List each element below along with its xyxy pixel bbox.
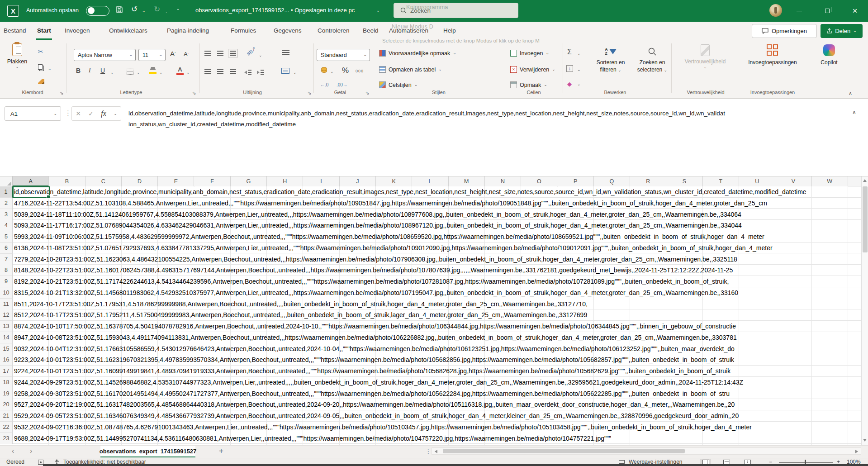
tab-pagina-indeling[interactable]: Pagina-indeling: [166, 27, 210, 38]
fill-down-icon[interactable]: ↓: [566, 65, 573, 72]
autosum-chevron-icon[interactable]: ⌄: [577, 52, 581, 56]
insert-function-icon[interactable]: fx: [101, 109, 106, 118]
insert-cells-button[interactable]: Invoegen⌄: [510, 50, 549, 57]
row-header-2[interactable]: 2: [0, 198, 13, 209]
tab-bestand[interactable]: Bestand: [3, 27, 27, 38]
column-header-T[interactable]: T: [703, 176, 739, 186]
clear-icon[interactable]: ◆: [567, 81, 572, 87]
find-select-button[interactable]: Zoeken en selecteren ⌄: [632, 44, 672, 73]
comments-button[interactable]: Opmerkingen: [752, 24, 817, 38]
tab-controleren[interactable]: Controleren: [317, 27, 351, 38]
undo-chevron-icon[interactable]: ⌄: [142, 9, 146, 13]
fill-chevron-icon[interactable]: ⌄: [577, 68, 581, 72]
alignment-dialog-launcher-icon[interactable]: ⇘: [308, 90, 311, 95]
column-header-P[interactable]: P: [558, 176, 594, 186]
column-header-R[interactable]: R: [630, 176, 666, 186]
tab-formules[interactable]: Formules: [230, 27, 257, 38]
column-header-K[interactable]: K: [376, 176, 412, 186]
add-sheet-button[interactable]: +: [219, 447, 223, 456]
underline-button[interactable]: U: [100, 67, 105, 74]
grid-row-15[interactable]: 9032,2024-10-04T12:31:00Z,51.17663105586…: [13, 343, 861, 355]
column-header-J[interactable]: J: [340, 176, 376, 186]
increase-indent-icon[interactable]: [257, 70, 264, 75]
row-header-19[interactable]: 19: [0, 388, 13, 399]
row-header-3[interactable]: 3: [0, 209, 13, 220]
font-dialog-launcher-icon[interactable]: ⇘: [192, 90, 196, 95]
align-center-icon[interactable]: [217, 69, 223, 74]
format-as-table-button[interactable]: Opmaken als tabel⌄: [379, 66, 442, 73]
column-header-U[interactable]: U: [739, 176, 775, 186]
font-color-chevron-icon[interactable]: ⌄: [186, 71, 190, 75]
row-header-10[interactable]: 10: [0, 287, 13, 299]
grid-row-2[interactable]: 4716,2024-11-22T13:54:00Z,51.103108,4.58…: [13, 198, 861, 209]
font-name-select[interactable]: Aptos Narrow⌄: [74, 49, 136, 61]
decrease-indent-icon[interactable]: [244, 70, 251, 75]
grid-row-13[interactable]: 8874,2024-10-10T17:50:00Z,51.16378705,4.…: [13, 321, 861, 332]
row-header-23[interactable]: 23: [0, 433, 13, 444]
row-header-12[interactable]: 12: [0, 309, 13, 321]
align-middle-icon[interactable]: [217, 51, 223, 56]
row-header-9[interactable]: 9: [0, 276, 13, 287]
grid-row-1[interactable]: id,observation_datetime,latitude,longitu…: [13, 186, 861, 198]
font-color-icon[interactable]: A: [176, 66, 184, 75]
thousands-icon[interactable]: 000: [356, 69, 364, 73]
copy-icon[interactable]: [38, 64, 43, 70]
borders-icon[interactable]: [127, 68, 133, 75]
grid-row-3[interactable]: 5039,2024-11-18T11:10:00Z,51.14124061959…: [13, 209, 861, 220]
grid-row-22[interactable]: 9532,2024-09-02T16:36:00Z,51.08748765,4.…: [13, 422, 861, 433]
row-header-8[interactable]: 8: [0, 265, 13, 276]
format-painter-icon[interactable]: [38, 79, 44, 84]
column-header-G[interactable]: G: [231, 176, 267, 186]
column-header-A[interactable]: A: [13, 176, 49, 186]
column-header-S[interactable]: S: [666, 176, 702, 186]
row-header-15[interactable]: 15: [0, 343, 13, 355]
name-box[interactable]: A1 ⌄: [5, 106, 61, 121]
collapse-ribbon-icon[interactable]: ∧: [849, 90, 852, 96]
font-size-select[interactable]: 11⌄: [138, 49, 166, 61]
document-title[interactable]: observations_export_1741599152... • Opge…: [195, 7, 355, 14]
title-chevron-icon[interactable]: ⌄: [376, 9, 380, 13]
decrease-decimal-icon[interactable]: .00→: [337, 82, 347, 87]
percent-icon[interactable]: %: [342, 66, 349, 75]
restore-button[interactable]: [820, 5, 835, 17]
scroll-right-icon[interactable]: [855, 450, 858, 453]
grid-row-7[interactable]: 7279,2024-10-28T23:51:00Z,51.1623063,4.4…: [13, 254, 861, 265]
column-header-O[interactable]: O: [521, 176, 557, 186]
undo-icon[interactable]: ↺: [131, 5, 138, 13]
grid-row-20[interactable]: 9527,2024-09-20T12:19:00Z,51.16317482003…: [13, 399, 861, 410]
orientation-chevron-icon[interactable]: ⌄: [259, 53, 262, 57]
column-header-E[interactable]: E: [158, 176, 194, 186]
grid-row-6[interactable]: 6136,2024-11-08T23:51:00Z,51.07651792937…: [13, 243, 861, 254]
row-header-6[interactable]: 6: [0, 243, 13, 254]
row-header-11[interactable]: 11: [0, 299, 13, 310]
grid-row-8[interactable]: 8148,2024-10-22T23:51:00Z,51.16017062457…: [13, 265, 861, 276]
grid-row-14[interactable]: 8947,2024-10-08T23:51:00Z,51.1593043,4.4…: [13, 332, 861, 343]
paste-button[interactable]: Plakken ⌄: [5, 43, 29, 69]
clipboard-dialog-launcher-icon[interactable]: ⇘: [60, 90, 63, 95]
italic-button[interactable]: I: [89, 67, 91, 74]
grid-row-5[interactable]: 5993,2024-11-09T10:06:00Z,51.1575958,4.4…: [13, 231, 861, 243]
grid-row-17[interactable]: 9224,2024-10-01T23:51:00Z,51.16099149919…: [13, 366, 861, 377]
column-header-V[interactable]: V: [775, 176, 811, 186]
row-header-7[interactable]: 7: [0, 254, 13, 265]
sheet-nav-prev-icon[interactable]: ‹: [12, 447, 14, 455]
column-header-D[interactable]: D: [122, 176, 158, 186]
grid-row-23[interactable]: 9688,2024-09-17T19:53:00Z,51.14499527074…: [13, 433, 861, 444]
grid-row-9[interactable]: 8192,2024-10-21T23:51:00Z,51.17174226244…: [13, 276, 861, 287]
column-header-Q[interactable]: Q: [594, 176, 630, 186]
row-header-17[interactable]: 17: [0, 366, 13, 377]
scroll-down-icon[interactable]: [863, 439, 867, 442]
row-header-1[interactable]: 1: [0, 186, 13, 198]
number-format-select[interactable]: Standaard⌄: [317, 49, 370, 61]
row-header-22[interactable]: 22: [0, 422, 13, 433]
shrink-font-icon[interactable]: Aˇ: [184, 51, 189, 57]
grid-row-12[interactable]: 8512,2024-10-17T23:51:00Z,51.1795211,4.5…: [13, 309, 861, 321]
confirm-entry-icon[interactable]: ✓: [88, 110, 94, 117]
grid-row-11[interactable]: 8511,2024-10-17T23:51:00Z,51.179531,4.51…: [13, 299, 861, 310]
row-header-13[interactable]: 13: [0, 321, 13, 332]
grid-row-21[interactable]: 9529,2024-09-05T23:51:00Z,51.16346076349…: [13, 410, 861, 422]
row-header-4[interactable]: 4: [0, 220, 13, 231]
currency-chevron-icon[interactable]: ⌄: [330, 70, 334, 74]
formula-bar-collapse-icon[interactable]: ∧: [852, 109, 856, 115]
grid-row-18[interactable]: 9244,2024-09-29T23:51:00Z,51.14526988468…: [13, 377, 861, 388]
